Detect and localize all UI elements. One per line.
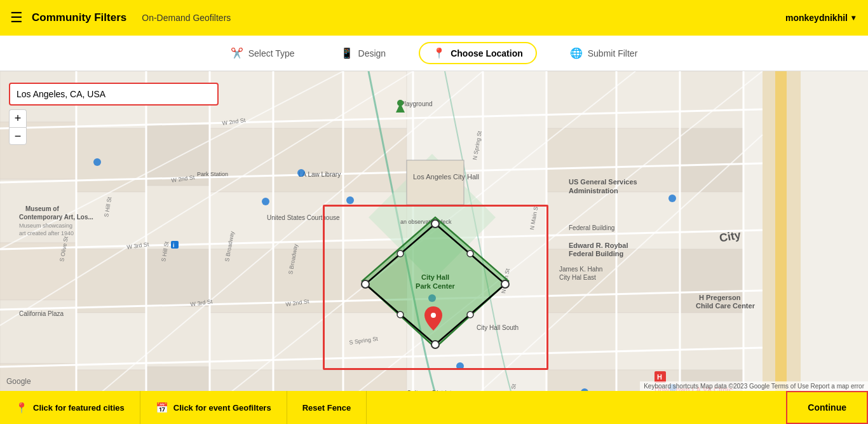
svg-text:LA Law Library: LA Law Library bbox=[299, 171, 341, 178]
step-submit-filter[interactable]: 🌐 Submit Filter bbox=[557, 43, 651, 63]
step-choose-location-label: Choose Location bbox=[451, 48, 523, 58]
svg-rect-55 bbox=[680, 313, 743, 370]
svg-rect-80 bbox=[407, 160, 464, 205]
submit-filter-icon: 🌐 bbox=[570, 47, 583, 59]
svg-point-131 bbox=[456, 362, 464, 370]
svg-rect-12 bbox=[76, 249, 146, 313]
username: monkeydnikhil bbox=[785, 13, 848, 23]
svg-rect-45 bbox=[616, 71, 680, 128]
hamburger-icon[interactable]: ☰ bbox=[10, 10, 23, 26]
design-icon: 📱 bbox=[341, 47, 353, 59]
svg-rect-49 bbox=[616, 313, 680, 370]
svg-text:an observation deck: an observation deck bbox=[400, 219, 452, 225]
search-input[interactable] bbox=[9, 83, 219, 106]
svg-point-129 bbox=[346, 196, 354, 204]
nav-link-on-demand[interactable]: On-Demand Geofilters bbox=[142, 13, 231, 23]
bottom-bar: 📍 Click for featured cities 📅 Click for … bbox=[0, 391, 868, 424]
step-design-label: Design bbox=[358, 48, 386, 58]
svg-text:Park Station: Park Station bbox=[197, 171, 228, 177]
zoom-in-button[interactable]: + bbox=[9, 109, 27, 127]
featured-cities-icon: 📍 bbox=[15, 402, 28, 414]
svg-rect-41 bbox=[546, 192, 616, 249]
svg-point-127 bbox=[93, 158, 101, 166]
zoom-controls: + − bbox=[9, 109, 27, 145]
svg-text:City Hal East: City Hal East bbox=[559, 274, 596, 281]
navbar: ☰ Community Filters On-Demand Geofilters… bbox=[0, 0, 868, 36]
event-geofilters-icon: 📅 bbox=[156, 402, 168, 414]
google-logo: Google bbox=[6, 377, 31, 386]
step-choose-location[interactable]: 📍 Choose Location bbox=[419, 42, 537, 64]
svg-text:art created after 1940: art created after 1940 bbox=[19, 230, 74, 236]
svg-rect-13 bbox=[76, 313, 146, 370]
svg-rect-34 bbox=[343, 128, 407, 192]
svg-rect-22 bbox=[210, 128, 273, 192]
stepbar: ✂️ Select Type 📱 Design 📍 Choose Locatio… bbox=[0, 36, 868, 71]
svg-rect-42 bbox=[546, 249, 616, 313]
step-submit-filter-label: Submit Filter bbox=[588, 48, 638, 58]
svg-rect-19 bbox=[146, 306, 210, 367]
svg-point-137 bbox=[297, 169, 305, 177]
svg-text:US General Services: US General Services bbox=[569, 178, 637, 186]
svg-text:City Hall South: City Hall South bbox=[477, 324, 519, 331]
svg-text:Edward R. Roybal: Edward R. Roybal bbox=[569, 242, 628, 249]
svg-text:H: H bbox=[657, 373, 662, 381]
event-geofilters-label: Click for event Geofilters bbox=[173, 403, 271, 413]
choose-location-icon: 📍 bbox=[433, 47, 445, 59]
continue-button[interactable]: Continue bbox=[786, 391, 868, 424]
svg-rect-36 bbox=[343, 249, 407, 313]
svg-text:James K. Hahn: James K. Hahn bbox=[559, 266, 602, 273]
svg-text:H Pregerson: H Pregerson bbox=[699, 294, 741, 301]
svg-text:Playground: Playground bbox=[400, 100, 433, 107]
svg-text:Administration: Administration bbox=[569, 187, 618, 195]
svg-rect-39 bbox=[546, 71, 616, 128]
featured-cities-label: Click for featured cities bbox=[33, 403, 125, 413]
select-type-icon: ✂️ bbox=[231, 47, 243, 59]
featured-cities-button[interactable]: 📍 Click for featured cities bbox=[0, 391, 140, 424]
svg-text:California Plaza: California Plaza bbox=[19, 310, 64, 317]
reset-fence-button[interactable]: Reset Fence bbox=[287, 391, 367, 424]
search-box bbox=[9, 83, 219, 106]
svg-text:Federal Building: Federal Building bbox=[569, 250, 623, 257]
svg-rect-31 bbox=[273, 313, 343, 370]
svg-point-139 bbox=[397, 100, 403, 106]
svg-rect-2 bbox=[775, 71, 787, 424]
svg-text:Los Angeles City Hall: Los Angeles City Hall bbox=[413, 173, 479, 181]
map-credits: Keyboard shortcuts Map data ©2023 Google… bbox=[640, 381, 868, 391]
step-select-type[interactable]: ✂️ Select Type bbox=[218, 43, 308, 63]
svg-text:United States Courthouse: United States Courthouse bbox=[267, 214, 340, 221]
svg-point-128 bbox=[262, 198, 269, 205]
event-geofilters-button[interactable]: 📅 Click for event Geofilters bbox=[140, 391, 287, 424]
svg-point-135 bbox=[668, 195, 676, 202]
svg-text:Contemporary Art, Los...: Contemporary Art, Los... bbox=[19, 214, 93, 221]
brand-title: Community Filters bbox=[32, 11, 126, 24]
svg-text:Museum showcasing: Museum showcasing bbox=[19, 222, 72, 229]
svg-rect-51 bbox=[680, 71, 743, 128]
svg-rect-17 bbox=[146, 186, 210, 249]
svg-rect-18 bbox=[146, 249, 210, 306]
svg-text:i: i bbox=[173, 242, 175, 249]
svg-text:Child Care Center: Child Care Center bbox=[696, 302, 756, 310]
svg-rect-10 bbox=[76, 128, 146, 192]
svg-text:Federal Building: Federal Building bbox=[569, 224, 614, 231]
step-design[interactable]: 📱 Design bbox=[328, 43, 399, 63]
svg-rect-28 bbox=[273, 128, 343, 192]
svg-text:Museum of: Museum of bbox=[25, 205, 59, 212]
reset-fence-label: Reset Fence bbox=[302, 403, 351, 413]
user-caret-icon: ▾ bbox=[851, 13, 855, 22]
svg-point-130 bbox=[428, 294, 436, 302]
step-select-type-label: Select Type bbox=[248, 48, 295, 58]
map-background: W 2nd St W 2nd St W 3rd St W 3rd St W 2n… bbox=[0, 71, 868, 424]
svg-rect-140 bbox=[171, 241, 179, 249]
zoom-out-button[interactable]: − bbox=[9, 127, 27, 145]
map-container[interactable]: W 2nd St W 2nd St W 3rd St W 3rd St W 2n… bbox=[0, 71, 868, 424]
user-menu[interactable]: monkeydnikhil ▾ bbox=[785, 13, 855, 23]
